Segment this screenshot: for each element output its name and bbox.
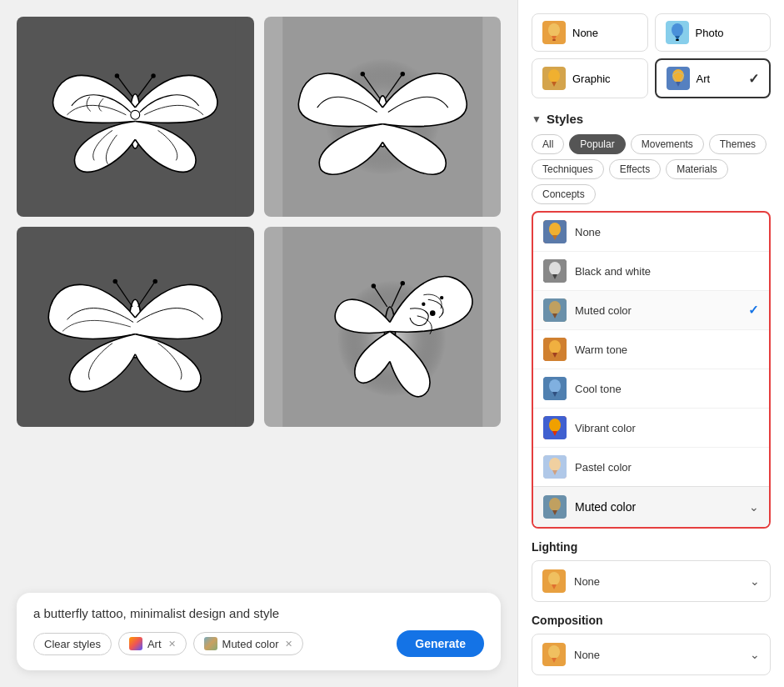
style-thumb-vibrant [543,416,567,439]
style-item-pastel[interactable]: Pastel color [533,448,769,486]
generated-image-3[interactable] [17,227,254,427]
composition-value: None [574,649,742,661]
style-cool-label: Cool tone [575,383,759,395]
svg-point-23 [429,310,435,316]
filter-row-2: Techniques Effects Materials Concepts [532,159,771,204]
lighting-value: None [574,575,742,588]
style-dropdown-chevron-icon: ⌄ [749,500,759,514]
style-thumb-muted [543,298,567,322]
photo-label: Photo [696,27,724,39]
svg-point-5 [151,73,155,78]
svg-point-41 [549,223,561,236]
composition-icon [542,643,566,666]
svg-rect-32 [552,39,556,41]
graphic-label: Graphic [572,73,611,85]
content-type-graphic[interactable]: Graphic [532,58,648,98]
muted-color-tag-close-icon[interactable]: ✕ [285,639,292,649]
style-dropdown[interactable]: Muted color ⌄ [533,486,769,527]
prompt-text: a butterfly tattoo, minimalist design an… [33,606,484,620]
style-thumb-none [543,220,567,243]
style-list-container: None Black and white [532,211,771,529]
lighting-chevron-icon: ⌄ [750,574,760,588]
style-item-muted[interactable]: Muted color ✓ [533,291,769,330]
filter-concepts[interactable]: Concepts [532,184,596,204]
art-icon [667,67,690,90]
svg-rect-35 [676,39,679,41]
art-tag-close-icon[interactable]: ✕ [168,639,176,649]
style-bw-label: Black and white [575,265,759,278]
muted-color-tag[interactable]: Muted color ✕ [193,632,304,655]
muted-color-tag-label: Muted color [222,638,279,650]
styles-title: Styles [547,112,583,126]
filter-movements[interactable]: Movements [631,134,704,154]
filter-popular[interactable]: Popular [569,134,625,154]
generated-image-4[interactable] [264,227,502,427]
style-thumb-pastel [543,455,567,479]
style-thumb-warm [543,338,567,361]
svg-point-51 [549,419,561,432]
svg-point-55 [549,498,561,511]
composition-chevron-icon: ⌄ [750,648,760,661]
muted-selected-check-icon: ✓ [748,303,759,318]
style-thumb-cool [543,377,567,400]
clear-styles-label: Clear styles [44,638,101,650]
style-item-none[interactable]: None [533,213,769,252]
none-label: None [572,27,598,39]
styles-section-header: ▼ Styles [532,112,771,126]
svg-point-3 [115,73,119,78]
filter-themes[interactable]: Themes [709,134,767,154]
style-item-vibrant[interactable]: Vibrant color [533,409,769,448]
left-panel: a butterfly tattoo, minimalist design an… [0,0,517,687]
right-scroll-area[interactable]: None Photo [518,0,784,687]
content-type-photo[interactable]: Photo [655,13,772,52]
art-selected-check-icon: ✓ [748,71,759,87]
style-item-warm[interactable]: Warm tone [533,330,769,369]
svg-point-29 [400,281,404,285]
filter-all[interactable]: All [532,134,564,154]
photo-icon [666,21,689,44]
art-tag[interactable]: Art ✕ [118,632,187,655]
style-muted-label: Muted color [575,304,740,317]
content-type-none[interactable]: None [532,13,648,52]
filter-materials[interactable]: Materials [666,159,728,179]
lighting-icon [542,569,566,593]
composition-dropdown[interactable]: None ⌄ [532,634,771,675]
style-none-label: None [575,226,759,238]
content-type-grid: None Photo [532,13,771,98]
style-warm-label: Warm tone [575,344,759,356]
svg-point-57 [548,572,560,585]
composition-section-label: Composition [532,614,771,627]
generate-button[interactable]: Generate [397,630,484,657]
svg-point-24 [422,303,425,306]
svg-point-37 [548,69,560,83]
generated-image-1[interactable] [17,17,254,217]
lighting-dropdown[interactable]: None ⌄ [532,560,771,602]
svg-point-11 [360,72,364,76]
style-item-bw[interactable]: Black and white [533,252,769,291]
image-grid [17,17,501,427]
style-thumb-bw [543,259,567,283]
art-tag-label: Art [147,638,162,650]
svg-point-47 [549,340,561,354]
svg-point-13 [400,72,404,76]
content-type-art[interactable]: Art ✓ [655,58,772,98]
prompt-bar: a butterfly tattoo, minimalist design an… [17,593,501,670]
style-list: None Black and white [533,213,769,486]
svg-point-45 [549,301,561,314]
style-dropdown-label: Muted color [575,500,636,514]
prompt-tags: Clear styles Art ✕ Muted color ✕ Generat… [33,630,484,657]
graphic-icon [542,67,566,90]
svg-point-31 [548,23,560,37]
clear-styles-button[interactable]: Clear styles [33,633,112,655]
filter-effects[interactable]: Effects [609,159,661,179]
svg-point-59 [548,645,560,659]
style-item-cool[interactable]: Cool tone [533,369,769,409]
style-pastel-label: Pastel color [575,461,759,474]
filter-techniques[interactable]: Techniques [532,159,604,179]
svg-point-19 [153,279,157,283]
art-tag-icon [129,637,142,650]
right-panel: None Photo [517,0,784,687]
svg-point-6 [131,110,140,119]
generated-image-2[interactable] [264,17,502,217]
none-icon [542,21,566,44]
